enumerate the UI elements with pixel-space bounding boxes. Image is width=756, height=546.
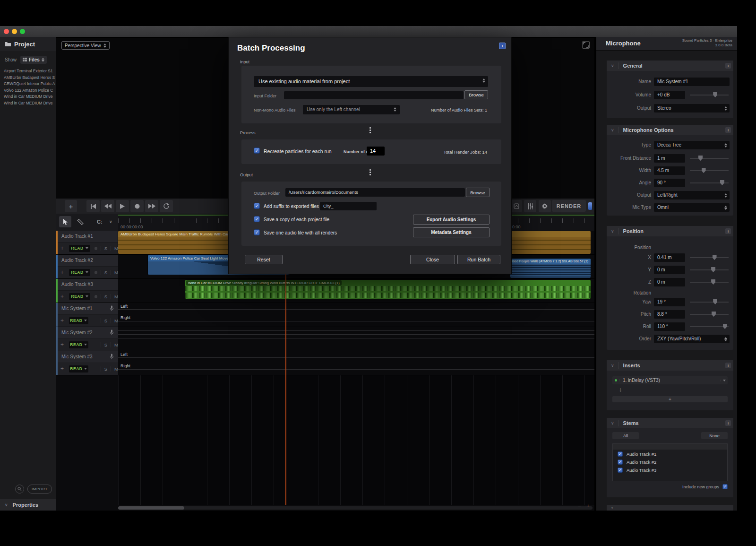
- slider-thumb[interactable]: [711, 267, 715, 272]
- position-y-field[interactable]: 0 m: [654, 266, 685, 274]
- checkbox[interactable]: ✓: [618, 451, 623, 457]
- solo-button[interactable]: S: [101, 270, 107, 275]
- include-new-groups-checkbox[interactable]: ✓: [722, 484, 728, 489]
- slider-thumb[interactable]: [713, 255, 717, 260]
- reset-button[interactable]: Reset: [245, 255, 283, 264]
- snap-button[interactable]: [511, 200, 522, 212]
- files-dropdown[interactable]: Files: [20, 56, 47, 64]
- track-add-button[interactable]: +: [60, 366, 64, 372]
- yaw-slider[interactable]: [690, 302, 729, 303]
- close-button[interactable]: [4, 29, 9, 34]
- stem-row[interactable]: ✓ Audio Track #1: [613, 450, 727, 457]
- solo-button[interactable]: S: [101, 318, 107, 323]
- front-distance-field[interactable]: 1 m: [654, 154, 685, 163]
- section-chevron-icon[interactable]: ∨: [611, 229, 614, 234]
- mic-name-field[interactable]: Mic System #1: [654, 78, 730, 86]
- width-slider[interactable]: [690, 170, 729, 171]
- slider-thumb[interactable]: [712, 312, 716, 317]
- track-header[interactable]: Mic System #2 + READ S M: [56, 327, 118, 351]
- tools-chevron-icon[interactable]: ∨: [109, 219, 112, 224]
- output-browse-button[interactable]: Browse: [466, 188, 490, 197]
- mute-button[interactable]: M: [111, 246, 118, 251]
- chase-icon[interactable]: C:: [97, 219, 103, 225]
- info-icon[interactable]: i: [725, 63, 731, 69]
- section-header[interactable]: ∨ Position i: [607, 226, 733, 236]
- number-of-runs-field[interactable]: 14: [367, 147, 385, 156]
- mic-capsule-type-dropdown[interactable]: Omni: [654, 203, 730, 212]
- suffix-field[interactable]: City_: [320, 202, 377, 210]
- record-button[interactable]: [130, 200, 144, 212]
- slider-thumb[interactable]: [713, 92, 717, 97]
- timeline-empty-area[interactable]: [118, 375, 594, 505]
- position-y-slider[interactable]: [690, 269, 729, 270]
- section-chevron-icon[interactable]: ∨: [611, 421, 614, 425]
- position-z-slider[interactable]: [690, 282, 729, 283]
- play-button[interactable]: [116, 200, 129, 212]
- volume-slider[interactable]: [690, 95, 729, 95]
- automation-dropdown[interactable]: READ: [69, 341, 88, 348]
- section-header[interactable]: ∨ Stems i: [607, 418, 733, 428]
- track-header[interactable]: Audio Track #2 + READ S M: [56, 255, 118, 279]
- mute-button[interactable]: M: [111, 366, 118, 372]
- angle-field[interactable]: 90 °: [654, 179, 685, 187]
- position-z-field[interactable]: 0 m: [654, 278, 685, 286]
- horizontal-scrollbar[interactable]: [118, 506, 593, 510]
- section-chevron-icon[interactable]: ∨: [611, 506, 613, 510]
- track-add-button[interactable]: +: [60, 269, 64, 275]
- slider-thumb[interactable]: [702, 168, 706, 173]
- save-one-file-checkbox[interactable]: ✓: [254, 229, 260, 235]
- slider-thumb[interactable]: [698, 156, 703, 161]
- track-header[interactable]: Audio Track #3 + READ S M: [56, 279, 118, 303]
- track-lane[interactable]: Left Right: [118, 303, 594, 327]
- track-add-button[interactable]: +: [60, 245, 64, 251]
- track-add-button[interactable]: +: [60, 342, 64, 347]
- input-browse-button[interactable]: Browse: [464, 90, 488, 99]
- metadata-settings-button[interactable]: Metadata Settings: [413, 227, 490, 237]
- output-dropdown[interactable]: Stereo: [654, 104, 730, 113]
- list-item[interactable]: Volvo 122 Amazon Police C: [0, 87, 56, 94]
- yaw-field[interactable]: 19 °: [654, 298, 685, 306]
- section-header[interactable]: ∨: [607, 505, 733, 511]
- insert-chevron-icon[interactable]: [721, 380, 728, 381]
- position-x-field[interactable]: 0.41 m: [654, 253, 685, 262]
- record-enable-dot[interactable]: [94, 247, 97, 250]
- track-lane[interactable]: Left Right: [118, 351, 594, 375]
- cursor-tool[interactable]: [59, 216, 71, 227]
- insert-slot[interactable]: 1. inDelay (VST3): [612, 376, 728, 384]
- track-add-button[interactable]: +: [60, 318, 64, 323]
- track-header[interactable]: Audio Track #1 + READ S M: [56, 231, 118, 255]
- mute-button[interactable]: M: [111, 318, 118, 323]
- info-icon[interactable]: i: [725, 363, 731, 368]
- slider-thumb[interactable]: [720, 180, 724, 185]
- solo-button[interactable]: S: [101, 366, 107, 372]
- maximize-button[interactable]: [20, 29, 25, 34]
- stem-row[interactable]: ✓ Audio Track #2: [613, 457, 727, 465]
- mute-button[interactable]: M: [111, 342, 118, 347]
- output-folder-field[interactable]: /Users/ricardomonteiro/Documents: [285, 188, 465, 197]
- mixer-button[interactable]: [524, 200, 536, 212]
- save-copy-checkbox[interactable]: ✓: [254, 216, 260, 222]
- pitch-field[interactable]: 8.8 °: [654, 310, 685, 319]
- track-lane[interactable]: [118, 327, 594, 351]
- properties-bar[interactable]: ∨ Properties: [0, 499, 56, 511]
- list-item[interactable]: Wind in Car MEDIUM Drive: [0, 94, 56, 100]
- razor-tool[interactable]: [74, 216, 86, 227]
- import-button[interactable]: IMPORT: [27, 485, 52, 494]
- slider-thumb[interactable]: [711, 279, 715, 285]
- roll-field[interactable]: 110 °: [654, 322, 685, 331]
- stems-none-button[interactable]: None: [701, 432, 728, 439]
- rotation-order-dropdown[interactable]: ZXY (Yaw/Pitch/Roll): [654, 335, 730, 343]
- angle-slider[interactable]: [690, 182, 729, 183]
- add-track-button[interactable]: +: [65, 200, 77, 212]
- audio-clip[interactable]: Raised People Walls [ATMOS 7.1.2] SSLAB …: [510, 259, 591, 278]
- position-x-slider[interactable]: [690, 257, 729, 258]
- section-menu-icon[interactable]: [369, 169, 371, 175]
- non-mono-dropdown[interactable]: Use only the Left channel: [303, 105, 400, 114]
- search-icon[interactable]: [15, 485, 24, 494]
- solo-button[interactable]: S: [101, 246, 107, 251]
- loop-button[interactable]: [160, 200, 173, 212]
- front-distance-slider[interactable]: [690, 158, 729, 159]
- automation-dropdown[interactable]: READ: [69, 293, 90, 300]
- fast-forward-button[interactable]: [145, 200, 158, 212]
- track-add-button[interactable]: +: [60, 294, 64, 299]
